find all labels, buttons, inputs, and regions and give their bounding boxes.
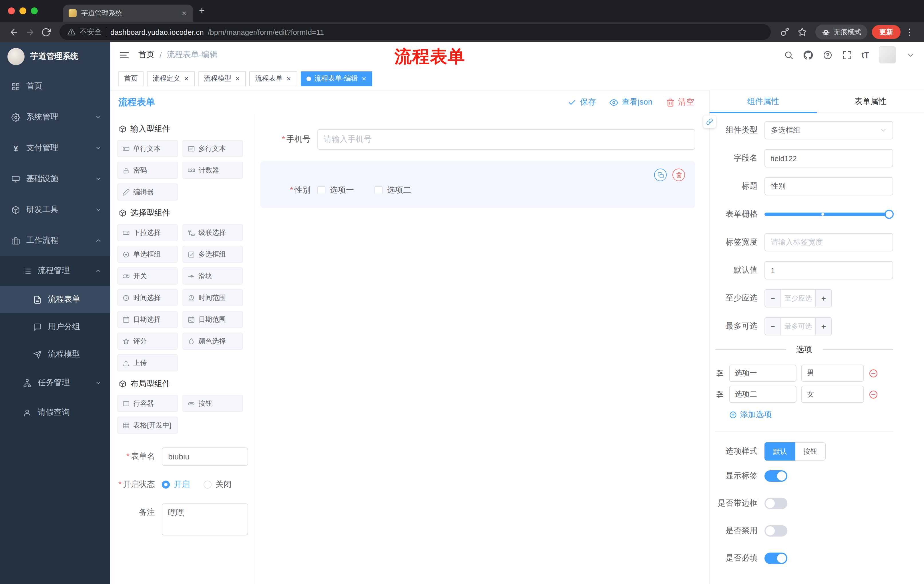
address-bar[interactable]: 不安全 dashboard.yudao.iocoder.cn /bpm/mana…	[59, 24, 771, 40]
option-value-input[interactable]: 女	[801, 386, 864, 403]
tune-icon[interactable]	[715, 390, 724, 399]
close-icon[interactable]: ×	[183, 75, 189, 82]
close-icon[interactable]: ×	[286, 75, 291, 82]
reload-button[interactable]	[38, 24, 54, 40]
duplicate-widget-button[interactable]	[654, 169, 667, 181]
checkbox-option[interactable]: 选项二	[375, 185, 411, 196]
minus-circle-icon[interactable]	[868, 368, 878, 378]
toggle-switch[interactable]	[764, 525, 787, 536]
bookmark-star-button[interactable]	[794, 24, 811, 40]
browser-menu-button[interactable]: ⋮	[901, 27, 918, 37]
grid-slider[interactable]	[764, 205, 893, 224]
form-remark-textarea[interactable]: 嘿嘿	[162, 503, 248, 535]
option-label-input[interactable]: 选项二	[729, 386, 797, 403]
component-item[interactable]: 密码	[117, 162, 178, 179]
sidebar-item[interactable]: 系统管理	[0, 102, 111, 133]
component-item[interactable]: 单行文本	[117, 140, 178, 157]
checkbox-icon[interactable]	[375, 186, 383, 194]
add-option-button[interactable]: 添加选项	[729, 410, 893, 420]
component-item[interactable]: 下拉选择	[117, 224, 178, 241]
status-radio-on[interactable]: 开启	[162, 479, 190, 490]
component-item[interactable]: 编辑器	[117, 183, 178, 201]
sidebar-item[interactable]: 任务管理	[0, 368, 111, 398]
zoom-window-button[interactable]	[31, 7, 38, 14]
component-item[interactable]: 级联选择	[182, 224, 243, 241]
component-item[interactable]: 多选框组	[182, 246, 243, 263]
tab-close-icon[interactable]: ×	[181, 8, 188, 18]
component-item[interactable]: 单选框组	[117, 246, 178, 263]
github-icon[interactable]	[804, 50, 813, 60]
component-item[interactable]: 日期范围	[182, 311, 243, 328]
sidebar-item[interactable]: 工作流程	[0, 225, 111, 256]
sidebar-item[interactable]: 首页	[0, 71, 111, 102]
view-tag[interactable]: 流程定义×	[147, 71, 195, 86]
sidebar-item[interactable]: 流程表单	[0, 286, 111, 313]
canvas-field-phone[interactable]: *手机号 请输入手机号	[260, 129, 695, 150]
update-button[interactable]: 更新	[872, 25, 901, 39]
search-icon[interactable]	[784, 50, 794, 60]
browser-tab[interactable]: 芋道管理系统 ×	[63, 5, 193, 22]
slider-handle[interactable]	[884, 210, 894, 219]
toggle-switch[interactable]	[764, 553, 787, 564]
view-tag[interactable]: 流程表单×	[249, 71, 297, 86]
font-size-icon[interactable]: tT	[862, 50, 869, 59]
component-item[interactable]: 开关	[117, 267, 178, 285]
component-item[interactable]: 表格[开发中]	[117, 416, 178, 434]
security-label[interactable]: 不安全	[79, 27, 102, 37]
close-icon[interactable]: ×	[361, 75, 367, 82]
view-tag[interactable]: 流程表单-编辑×	[301, 71, 373, 86]
checkbox-option[interactable]: 选项一	[317, 185, 354, 196]
sidebar-item[interactable]: 研发工具	[0, 194, 111, 225]
toggle-switch[interactable]	[764, 470, 787, 482]
fullscreen-icon[interactable]	[842, 50, 852, 60]
component-item[interactable]: 时间选择	[117, 289, 178, 306]
minimize-window-button[interactable]	[20, 7, 26, 14]
component-item[interactable]: 行容器	[117, 395, 178, 412]
component-item[interactable]: 上传	[117, 354, 178, 372]
save-button[interactable]: 保存	[568, 97, 596, 107]
form-name-input[interactable]: biubiu	[162, 447, 248, 466]
phone-input[interactable]: 请输入手机号	[317, 129, 695, 150]
tab-form-props[interactable]: 表单属性	[817, 90, 924, 113]
tune-icon[interactable]	[715, 368, 724, 378]
title-input[interactable]: 性别	[764, 177, 893, 196]
component-item[interactable]: 时间范围	[182, 289, 243, 306]
view-tag[interactable]: 流程模型×	[198, 71, 246, 86]
default-value-input[interactable]: 1	[764, 261, 893, 280]
view-json-button[interactable]: 查看json	[610, 97, 652, 107]
component-item[interactable]: 日期选择	[117, 311, 178, 328]
field-name-input[interactable]: field122	[764, 149, 893, 168]
increment-button[interactable]: +	[815, 290, 832, 307]
forward-button[interactable]	[22, 24, 38, 40]
password-key-button[interactable]	[777, 24, 794, 40]
user-avatar[interactable]	[879, 46, 896, 63]
help-icon[interactable]	[823, 50, 833, 60]
new-tab-button[interactable]: +	[193, 5, 210, 16]
close-window-button[interactable]	[8, 7, 15, 14]
checkbox-icon[interactable]	[317, 186, 325, 194]
label-width-input[interactable]: 请输入标签宽度	[764, 233, 893, 252]
component-item[interactable]: 多行文本	[182, 140, 243, 157]
increment-button[interactable]: +	[815, 318, 832, 335]
min-select-input[interactable]: 至少应选	[781, 290, 815, 307]
breadcrumb-home[interactable]: 首页	[139, 50, 154, 60]
decrement-button[interactable]: −	[765, 318, 781, 335]
option-value-input[interactable]: 男	[801, 365, 864, 382]
collapse-sidebar-button[interactable]	[119, 49, 130, 60]
toggle-switch[interactable]	[764, 498, 787, 509]
max-select-input[interactable]: 最多可选	[781, 318, 815, 335]
close-icon[interactable]: ×	[235, 75, 240, 82]
sidebar-item[interactable]: 基础设施	[0, 163, 111, 194]
status-radio-off[interactable]: 关闭	[203, 479, 231, 490]
component-item[interactable]: 滑块	[182, 267, 243, 285]
sidebar-logo[interactable]: 芋道管理系统	[0, 42, 111, 71]
decrement-button[interactable]: −	[765, 290, 781, 307]
canvas-field-gender[interactable]: *性别 选项一选项二	[260, 161, 695, 208]
component-item[interactable]: 评分	[117, 332, 178, 350]
back-button[interactable]	[6, 24, 22, 40]
option-style-button[interactable]: 默认	[764, 442, 795, 461]
component-type-select[interactable]: 多选框组	[764, 121, 893, 140]
avatar-caret-icon[interactable]	[906, 50, 916, 60]
sidebar-item[interactable]: 流程管理	[0, 256, 111, 286]
component-item[interactable]: 123计数器	[182, 162, 243, 179]
